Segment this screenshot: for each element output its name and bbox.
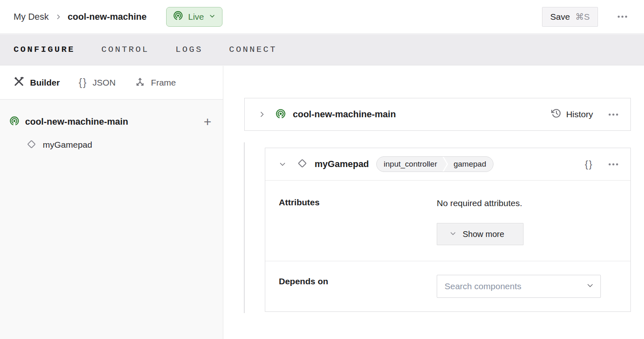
part-more-menu-button[interactable] (608, 111, 619, 118)
braces-icon[interactable]: {} (585, 158, 593, 170)
live-part-icon (275, 108, 286, 121)
part-card: cool-new-machine-main History (244, 98, 631, 131)
show-more-label: Show more (463, 230, 504, 239)
tab-configure[interactable]: CONFIGURE (14, 45, 75, 54)
depends-on-select (437, 275, 601, 298)
show-more-button[interactable]: Show more (437, 223, 524, 245)
live-part-icon (9, 116, 20, 128)
save-shortcut-hint: ⌘S (575, 12, 590, 22)
viam-configure-page: My Desk cool-new-machine Live Save (0, 0, 644, 339)
live-status-dropdown[interactable]: Live (166, 7, 222, 27)
chevron-down-icon (208, 12, 216, 22)
tools-icon (13, 76, 25, 89)
machine-tab-bar: CONFIGURE CONTROL LOGS CONNECT (0, 34, 644, 65)
header-more-menu-button[interactable] (614, 12, 630, 21)
attributes-content: No required attributes. Show more (437, 181, 524, 261)
configure-sidebar: Builder {} JSON Frame (0, 66, 223, 339)
header-actions: Save ⌘S (542, 7, 630, 27)
breadcrumb: My Desk cool-new-machine (14, 12, 146, 22)
chevron-right-icon (55, 14, 62, 20)
depends-on-section: Depends on (265, 261, 630, 312)
nesting-indent-line (244, 142, 245, 313)
badge-category: input_controller (377, 157, 442, 172)
tab-logs[interactable]: LOGS (176, 45, 203, 54)
depends-on-label: Depends on (279, 261, 437, 312)
search-components-input[interactable] (437, 275, 601, 298)
part-card-title: cool-new-machine-main (293, 109, 396, 120)
depends-on-content (437, 261, 601, 312)
attributes-label: Attributes (279, 181, 437, 261)
ellipsis-icon (609, 114, 618, 116)
collapse-component-button[interactable] (278, 160, 287, 169)
tree-item-part[interactable]: cool-new-machine-main + (0, 110, 223, 133)
badge-separator-chevron-icon (442, 157, 448, 172)
save-button[interactable]: Save ⌘S (542, 7, 598, 27)
badge-model: gamepad (448, 157, 493, 172)
save-button-label: Save (550, 12, 570, 22)
view-mode-switcher: Builder {} JSON Frame (0, 66, 223, 100)
mode-frame-button[interactable]: Frame (134, 76, 176, 89)
tree-part-label: cool-new-machine-main (25, 116, 128, 127)
chevron-down-icon (449, 230, 456, 239)
component-card-title: myGamepad (315, 159, 369, 170)
tab-connect[interactable]: CONNECT (229, 45, 277, 54)
mode-frame-label: Frame (151, 78, 176, 88)
frame-axes-icon (134, 76, 146, 89)
history-button-label: History (566, 109, 593, 119)
mode-builder-label: Builder (30, 78, 60, 88)
component-more-menu-button[interactable] (608, 161, 619, 168)
breadcrumb-current: cool-new-machine (68, 12, 147, 22)
braces-icon: {} (79, 77, 87, 88)
chevron-right-icon (258, 111, 266, 118)
chevron-down-icon (279, 160, 286, 168)
machine-tree: cool-new-machine-main + myGamepad (0, 100, 223, 156)
live-badge-label: Live (188, 12, 204, 22)
ellipsis-icon (618, 16, 627, 18)
add-component-button[interactable]: + (204, 115, 211, 128)
component-card: myGamepad input_controller gamepad {} At… (265, 148, 631, 312)
live-icon (173, 10, 183, 23)
component-type-badge: input_controller gamepad (376, 156, 493, 172)
mode-builder-button[interactable]: Builder (13, 76, 60, 89)
ellipsis-icon (609, 163, 618, 165)
tab-control[interactable]: CONTROL (101, 45, 149, 54)
mode-json-button[interactable]: {} JSON (79, 77, 116, 88)
tree-component-label: myGamepad (43, 140, 92, 150)
breadcrumb-parent[interactable]: My Desk (14, 12, 49, 22)
expand-part-button[interactable] (257, 110, 266, 119)
diamond-component-icon (297, 158, 308, 171)
configure-main-panel: cool-new-machine-main History (224, 66, 644, 339)
app-header: My Desk cool-new-machine Live Save (0, 0, 644, 34)
tree-item-component[interactable]: myGamepad (0, 133, 223, 156)
component-card-header: myGamepad input_controller gamepad {} (265, 148, 630, 180)
attributes-section: Attributes No required attributes. Show … (265, 180, 630, 261)
attributes-empty-text: No required attributes. (437, 198, 524, 208)
diamond-component-icon (26, 139, 37, 151)
history-clock-icon (551, 108, 561, 121)
mode-json-label: JSON (93, 78, 116, 88)
history-button[interactable]: History (551, 108, 593, 121)
